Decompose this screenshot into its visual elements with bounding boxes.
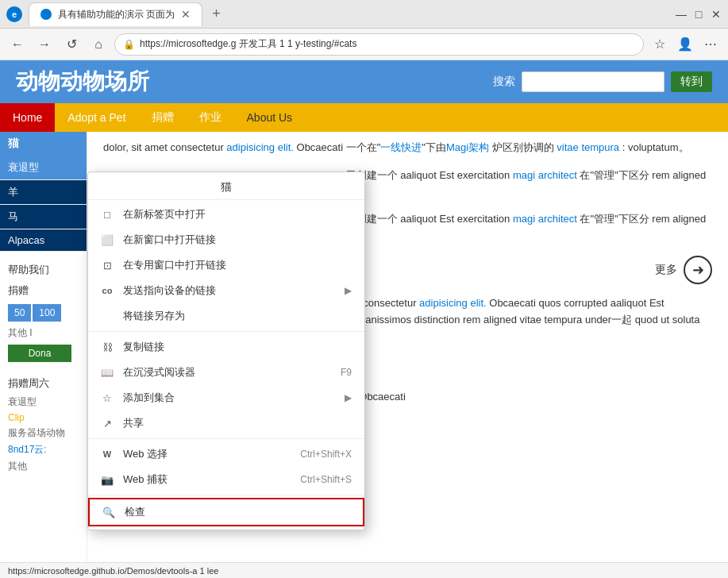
- context-menu-title: 猫: [88, 175, 364, 200]
- immersive-icon: 📖: [101, 366, 114, 379]
- context-send-device[interactable]: co 发送指向设备的链接 ▶: [88, 278, 364, 303]
- copy-link-icon: ⛓: [101, 341, 114, 353]
- context-separator-2: [88, 438, 364, 439]
- context-open-tab[interactable]: □ 在新标签页中打开: [88, 202, 364, 227]
- settings-icon[interactable]: ⋯: [699, 33, 722, 56]
- web-select-icon: W: [101, 448, 114, 460]
- active-tab[interactable]: 具有辅助功能的演示 页面为 ✕: [29, 2, 202, 26]
- context-menu-overlay: 猫 □ 在新标签页中打开 ⬜ 在新窗口中打开链接 ⊡ 在专用窗口中打开链接 co…: [0, 60, 728, 578]
- minimize-button[interactable]: —: [676, 9, 687, 20]
- add-collection-arrow-icon: ▶: [345, 392, 352, 403]
- context-save-link[interactable]: 将链接另存为: [88, 303, 364, 329]
- share-label: 共享: [123, 416, 352, 430]
- tab-title: 具有辅助功能的演示 页面为: [58, 8, 175, 21]
- context-add-collection[interactable]: ☆ 添加到集合 ▶: [88, 385, 364, 410]
- tab-favicon: [40, 9, 52, 20]
- context-inspect[interactable]: 🔍 检查: [88, 498, 364, 526]
- refresh-button[interactable]: ↺: [60, 33, 83, 56]
- add-collection-label: 添加到集合: [123, 391, 335, 405]
- context-web-select[interactable]: W Web 选择 Ctrl+Shift+X: [88, 441, 364, 467]
- tab-close-button[interactable]: ✕: [181, 8, 191, 21]
- favorites-icon[interactable]: ☆: [649, 33, 671, 56]
- add-collection-icon: ☆: [101, 391, 114, 404]
- save-link-icon: [101, 310, 114, 322]
- close-button[interactable]: ✕: [711, 9, 722, 20]
- web-capture-icon: 📷: [101, 473, 114, 486]
- browser-logo-icon: e: [6, 6, 22, 22]
- copy-link-label: 复制链接: [123, 340, 352, 354]
- send-device-label: 发送指向设备的链接: [123, 283, 335, 298]
- forward-button[interactable]: →: [33, 33, 56, 56]
- open-window-label: 在新窗口中打开链接: [123, 233, 352, 247]
- context-separator-3: [88, 495, 364, 495]
- address-bar[interactable]: 🔒 https://microsoftedge.g 开发工具 1 1 y-tes…: [114, 33, 644, 56]
- maximize-button[interactable]: □: [693, 9, 704, 20]
- context-share[interactable]: ↗ 共享: [88, 410, 364, 436]
- send-device-icon: co: [101, 284, 114, 297]
- share-icon: ↗: [101, 417, 114, 430]
- window-controls: — □ ✕: [676, 9, 722, 20]
- inspect-label: 检查: [125, 505, 350, 519]
- immersive-label: 在沉浸式阅读器: [123, 365, 331, 380]
- home-button[interactable]: ⌂: [87, 33, 110, 56]
- save-link-label: 将链接另存为: [123, 309, 352, 323]
- back-button[interactable]: ←: [6, 33, 29, 56]
- immersive-shortcut: F9: [341, 367, 352, 378]
- browser-titlebar: e 具有辅助功能的演示 页面为 ✕ + — □ ✕: [0, 0, 728, 29]
- open-private-label: 在专用窗口中打开链接: [123, 258, 352, 272]
- web-capture-label: Web 捕获: [123, 472, 291, 487]
- context-web-capture[interactable]: 📷 Web 捕获 Ctrl+Shift+S: [88, 467, 364, 492]
- context-menu: 猫 □ 在新标签页中打开 ⬜ 在新窗口中打开链接 ⊡ 在专用窗口中打开链接 co…: [87, 171, 365, 530]
- address-text: https://microsoftedge.g 开发工具 1 1 y-testi…: [140, 37, 635, 51]
- lock-icon: 🔒: [123, 39, 135, 50]
- context-open-private[interactable]: ⊡ 在专用窗口中打开链接: [88, 252, 364, 278]
- browser-profile-icon[interactable]: 👤: [674, 33, 696, 56]
- site-wrapper: 动物动物场所 搜索 转到 Home Adopt a Pet 捐赠 作业 Abou…: [0, 60, 728, 578]
- web-select-shortcut: Ctrl+Shift+X: [300, 449, 352, 460]
- open-tab-label: 在新标签页中打开: [123, 207, 352, 222]
- new-tab-button[interactable]: +: [206, 2, 227, 25]
- send-device-arrow-icon: ▶: [345, 285, 352, 296]
- context-immersive[interactable]: 📖 在沉浸式阅读器 F9: [88, 360, 364, 385]
- toolbar-icons: ☆ 👤 ⋯: [649, 33, 722, 56]
- open-window-icon: ⬜: [101, 233, 114, 246]
- web-capture-shortcut: Ctrl+Shift+S: [300, 474, 352, 485]
- browser-toolbar: ← → ↺ ⌂ 🔒 https://microsoftedge.g 开发工具 1…: [0, 29, 728, 60]
- context-separator-1: [88, 331, 364, 332]
- context-copy-link[interactable]: ⛓ 复制链接: [88, 334, 364, 360]
- open-private-icon: ⊡: [101, 259, 114, 272]
- open-tab-icon: □: [101, 208, 114, 221]
- inspect-icon: 🔍: [102, 506, 115, 518]
- context-open-window[interactable]: ⬜ 在新窗口中打开链接: [88, 227, 364, 252]
- web-select-label: Web 选择: [123, 447, 291, 461]
